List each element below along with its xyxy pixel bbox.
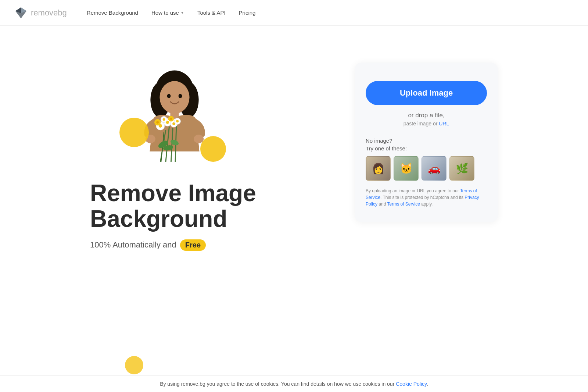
sample-thumb-extra[interactable]: 🌿 — [449, 156, 474, 181]
navbar: removebg Remove Background How to use ▼ … — [0, 0, 588, 26]
tos2-link[interactable]: Terms of Service — [387, 202, 420, 207]
hero-section: Remove Image Background 100% Automatical… — [0, 26, 588, 374]
sample-thumb-person[interactable]: 👩 — [366, 156, 391, 181]
nav-item-remove-background: Remove Background — [82, 7, 143, 19]
svg-point-25 — [163, 118, 165, 121]
nav-link-remove-background[interactable]: Remove Background — [82, 7, 143, 19]
upload-image-button[interactable]: Upload Image — [366, 81, 487, 105]
sample-thumb-animal[interactable]: 🐱 — [394, 156, 419, 181]
sample-section: No image? Try one of these: 👩 🐱 🚗 🌿 — [366, 137, 487, 181]
bottom-decoration — [125, 356, 143, 374]
svg-point-29 — [156, 121, 159, 124]
nav-menu: Remove Background How to use ▼ Tools & A… — [82, 7, 261, 19]
chevron-down-icon: ▼ — [180, 11, 184, 15]
nav-link-pricing[interactable]: Pricing — [234, 7, 261, 19]
car-thumb-icon: 🚗 — [422, 157, 446, 180]
hero-image-wrap — [112, 59, 237, 169]
logo-icon — [15, 7, 27, 19]
person-thumb-icon: 👩 — [366, 157, 390, 180]
nav-link-tools-api[interactable]: Tools & API — [192, 7, 231, 19]
circle-decoration-left — [119, 118, 149, 147]
circle-decoration-right — [200, 136, 226, 162]
drop-file-text: or drop a file, — [408, 112, 444, 119]
logo-text: removebg — [31, 8, 67, 18]
sample-thumb-car[interactable]: 🚗 — [422, 156, 447, 181]
sample-images: 👩 🐱 🚗 🌿 — [366, 156, 487, 181]
sample-label: No image? Try one of these: — [366, 137, 487, 152]
logo-link[interactable]: removebg — [15, 7, 67, 19]
free-badge: Free — [180, 239, 206, 251]
nav-item-how-to-use: How to use ▼ — [146, 7, 189, 19]
legal-text: By uploading an image or URL you agree t… — [366, 188, 487, 207]
animal-thumb-icon: 🐱 — [394, 157, 418, 180]
svg-point-6 — [159, 81, 189, 114]
url-link[interactable]: URL — [439, 121, 449, 126]
svg-point-8 — [179, 94, 182, 98]
hero-text: Remove Image Background 100% Automatical… — [90, 180, 256, 251]
subtitle-text: 100% Automatically and — [90, 240, 176, 250]
nav-link-how-to-use[interactable]: How to use ▼ — [146, 7, 189, 19]
drop-sub-text: paste image or URL — [404, 121, 449, 126]
extra-thumb-icon: 🌿 — [450, 157, 474, 180]
hero-left: Remove Image Background 100% Automatical… — [90, 48, 347, 251]
nav-item-pricing: Pricing — [234, 7, 261, 19]
svg-point-31 — [170, 118, 172, 120]
svg-point-27 — [176, 120, 179, 122]
nav-item-tools-api: Tools & API — [192, 7, 231, 19]
hero-subtitle: 100% Automatically and Free — [90, 239, 256, 251]
hero-title: Remove Image Background — [90, 180, 256, 232]
svg-point-7 — [167, 94, 171, 98]
upload-card: Upload Image or drop a file, paste image… — [355, 63, 498, 222]
